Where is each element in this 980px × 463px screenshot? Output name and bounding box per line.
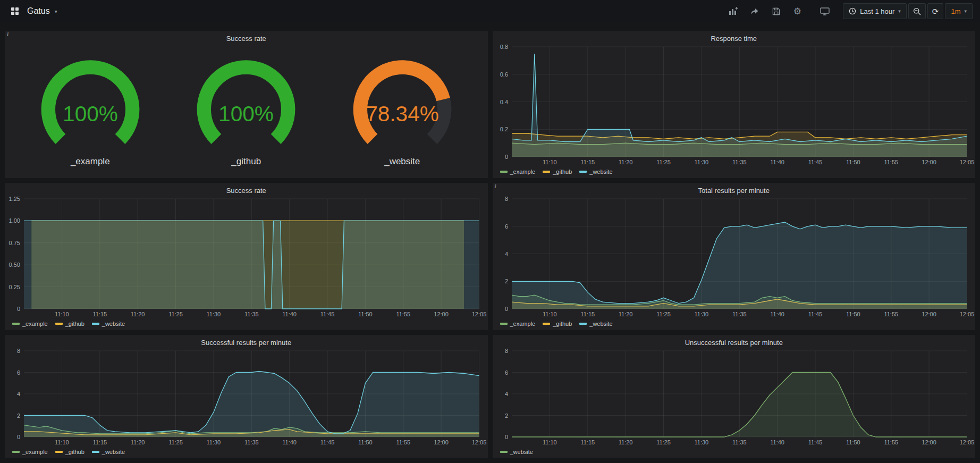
x-tick-label: 11:45 — [808, 311, 822, 317]
x-tick-label: 11:25 — [168, 311, 183, 317]
chart-legend: _example_github_website — [5, 319, 488, 330]
time-range-label: Last 1 hour — [860, 7, 894, 15]
x-tick-label: 11:55 — [884, 159, 898, 165]
share-icon[interactable] — [747, 4, 762, 19]
unsuccessful-results-chart[interactable]: 11:1011:1511:2011:2511:3011:3511:4011:45… — [493, 348, 976, 448]
add-panel-icon[interactable] — [726, 4, 741, 19]
x-tick-label: 11:40 — [282, 439, 297, 445]
panel-title[interactable]: Unsuccessful results per minute — [493, 335, 976, 348]
tv-mode-icon[interactable] — [817, 4, 832, 19]
legend-item-_example[interactable]: _example — [12, 449, 48, 455]
x-tick-label: 11:40 — [770, 159, 784, 165]
x-tick-label: 12:00 — [922, 311, 936, 317]
gauge-_example: 100%_example — [20, 55, 161, 167]
series-color-swatch — [55, 323, 63, 325]
panel-unsuccessful-results: Unsuccessful results per minute 11:1011:… — [493, 335, 976, 458]
time-range-button[interactable]: Last 1 hour ▾ — [843, 3, 907, 19]
y-tick-label: 2 — [17, 413, 20, 419]
refresh-interval-button[interactable]: 1m ▾ — [945, 3, 973, 19]
series-fill-_website — [24, 221, 479, 309]
x-tick-label: 11:55 — [396, 311, 410, 317]
legend-item-_website[interactable]: _website — [92, 449, 125, 455]
series-fill-_website — [512, 222, 967, 309]
legend-label: _github — [65, 321, 85, 327]
gauge-label: _example — [71, 156, 110, 167]
series-color-swatch — [543, 171, 550, 173]
legend-label: _website — [589, 169, 612, 175]
zoom-out-button[interactable] — [908, 3, 926, 19]
save-icon[interactable] — [768, 4, 783, 19]
x-tick-label: 11:20 — [618, 439, 632, 445]
refresh-icon: ⟳ — [932, 7, 939, 15]
panel-title[interactable]: Success rate — [5, 183, 488, 196]
x-tick-label: 11:10 — [55, 311, 69, 317]
y-tick-label: 6 — [17, 369, 20, 376]
refresh-interval-label: 1m — [951, 7, 960, 15]
gauge-value: 100% — [218, 101, 274, 125]
legend-label: _example — [510, 169, 536, 175]
series-fill-_website — [24, 372, 479, 437]
panel-title[interactable]: Response time — [493, 31, 976, 44]
x-tick-label: 11:15 — [580, 439, 595, 445]
gauge-_website: 78.34%_website — [332, 55, 473, 167]
x-tick-label: 11:10 — [543, 159, 557, 165]
panel-total-results: i Total results per minute 11:1011:1511:… — [493, 183, 976, 330]
x-tick-label: 11:40 — [770, 439, 784, 445]
x-tick-label: 11:55 — [884, 311, 898, 317]
dashboard-title[interactable]: Gatus — [27, 6, 50, 16]
total-results-chart[interactable]: 11:1011:1511:2011:2511:3011:3511:4011:45… — [493, 196, 976, 319]
legend-item-_example[interactable]: _example — [500, 321, 536, 327]
panel-title[interactable]: Success rate — [5, 31, 488, 44]
legend-item-_github[interactable]: _github — [543, 169, 572, 175]
panel-title[interactable]: Successful results per minute — [5, 335, 488, 348]
x-tick-label: 11:30 — [694, 439, 708, 445]
legend-label: _website — [589, 321, 612, 327]
x-tick-label: 11:10 — [543, 311, 557, 317]
legend-label: _example — [22, 449, 48, 455]
chart-legend: _example_github_website — [493, 167, 976, 178]
series-color-swatch — [579, 171, 587, 173]
x-tick-label: 11:15 — [92, 311, 107, 317]
x-tick-label: 11:15 — [580, 311, 595, 317]
legend-item-_example[interactable]: _example — [12, 321, 48, 327]
x-tick-label: 11:15 — [92, 439, 107, 445]
info-icon[interactable]: i — [495, 183, 496, 189]
x-tick-label: 11:10 — [55, 439, 69, 445]
gauge-value: 100% — [63, 101, 118, 125]
x-tick-label: 11:30 — [694, 159, 708, 165]
refresh-button[interactable]: ⟳ — [927, 3, 944, 19]
legend-item-_website[interactable]: _website — [579, 321, 612, 327]
x-tick-label: 11:50 — [358, 311, 373, 317]
successful-results-chart[interactable]: 11:1011:1511:2011:2511:3011:3511:4011:45… — [5, 348, 488, 448]
y-tick-label: 0 — [504, 434, 508, 440]
y-tick-label: 0.6 — [500, 71, 508, 78]
legend-item-_website[interactable]: _website — [92, 321, 125, 327]
apps-grid-icon[interactable] — [7, 4, 22, 19]
panel-title[interactable]: Total results per minute — [493, 183, 976, 196]
legend-item-_github[interactable]: _github — [55, 321, 85, 327]
series-color-swatch — [12, 451, 20, 453]
legend-item-_github[interactable]: _github — [55, 449, 85, 455]
x-tick-label: 12:00 — [434, 439, 449, 445]
legend-item-_website[interactable]: _website — [500, 449, 533, 455]
legend-item-_example[interactable]: _example — [500, 169, 536, 175]
panel-success-rate-gauges: i Success rate 100%_example100%_github78… — [5, 31, 488, 178]
dashboard-grid: i Success rate 100%_example100%_github78… — [0, 22, 980, 463]
y-tick-label: 6 — [504, 223, 508, 230]
gear-icon[interactable]: ⚙ — [790, 4, 805, 19]
legend-item-_github[interactable]: _github — [543, 321, 572, 327]
legend-label: _github — [553, 169, 572, 175]
x-tick-label: 11:50 — [846, 439, 860, 445]
x-tick-label: 11:35 — [732, 439, 746, 445]
success-rate-chart[interactable]: 11:1011:1511:2011:2511:3011:3511:4011:45… — [5, 196, 488, 319]
navbar: Gatus ▾ ⚙ Last 1 hour ▾ — [0, 0, 980, 22]
y-tick-label: 4 — [504, 391, 508, 397]
chart-legend: _example_github_website — [493, 319, 976, 330]
series-color-swatch — [92, 323, 99, 325]
legend-item-_website[interactable]: _website — [579, 169, 612, 175]
panel-successful-results: Successful results per minute 11:1011:15… — [5, 335, 488, 458]
info-icon[interactable]: i — [7, 31, 9, 37]
chevron-down-icon[interactable]: ▾ — [55, 9, 57, 14]
response-time-chart[interactable]: 11:1011:1511:2011:2511:3011:3511:4011:45… — [493, 44, 976, 167]
gauge-label: _github — [231, 156, 261, 167]
